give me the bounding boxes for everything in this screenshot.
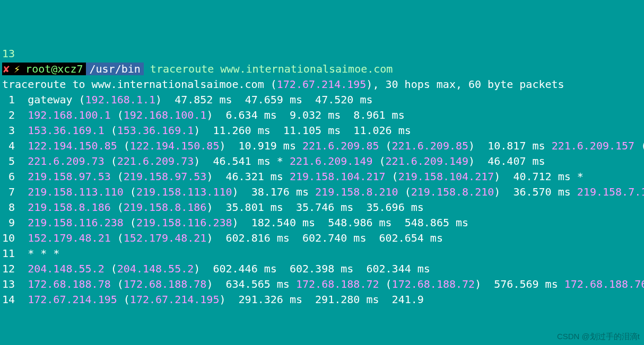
user-host: root@xcz7 [22,63,86,75]
hop-row: 5 221.6.209.73 (221.6.209.73) 46.541 ms … [2,155,545,167]
hop-row: 10 152.179.48.21 (152.179.48.21) 602.816… [2,232,443,244]
root-icon: ⚡ [12,63,22,75]
hop-row: 8 219.158.8.186 (219.158.8.186) 35.801 m… [2,201,424,214]
status-fail-icon: ✘ [2,63,12,75]
hop-row: 13 172.68.188.78 (172.68.188.78) 634.565… [2,278,644,290]
hop-row: 4 122.194.150.85 (122.194.150.85) 10.919… [2,139,644,152]
hop-row: 14 172.67.214.195 (172.67.214.195) 291.3… [2,293,424,306]
terminal-output[interactable]: 13 ✘⚡root@xcz7/usr/bin traceroute www.in… [0,46,644,307]
watermark: CSDN @划过手的泪滴t [557,329,640,344]
hop-row: 7 219.158.113.110 (219.158.113.110) 38.1… [2,185,644,198]
hop-row: 6 219.158.97.53 (219.158.97.53) 46.321 m… [2,170,584,183]
hop-row: 12 204.148.55.2 (204.148.55.2) 602.446 m… [2,262,430,275]
hop-row: 11 * * * [2,247,59,260]
prev-line: 13 [2,47,15,60]
hop-row: 1 gateway (192.168.1.1) 47.852 ms 47.659… [2,93,372,106]
cwd: /usr/bin [86,63,143,75]
hop-row: 9 219.158.116.238 (219.158.116.238) 182.… [2,216,468,229]
trace-header: traceroute to www.internationalsaimoe.co… [2,78,564,91]
hop-row: 2 192.168.100.1 (192.168.100.1) 6.634 ms… [2,109,405,121]
command-input[interactable]: traceroute www.internationalsaimoe.com [150,63,393,75]
hop-row: 3 153.36.169.1 (153.36.169.1) 11.260 ms … [2,124,411,137]
